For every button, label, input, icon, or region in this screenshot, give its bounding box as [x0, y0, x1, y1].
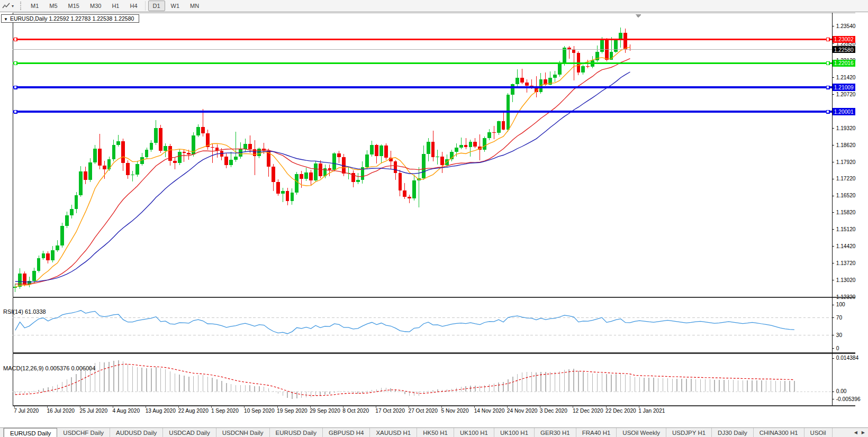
- symbol-tab-fra40-h1[interactable]: FRA40 H1: [576, 428, 617, 437]
- candle-body: [516, 78, 519, 84]
- chevron-down-icon: ▾: [12, 4, 14, 8]
- line-drag-handle[interactable]: [826, 110, 829, 113]
- candle-body: [520, 78, 524, 83]
- toolbar-separator: [145, 1, 146, 11]
- symbol-tab-ger30-h1[interactable]: GER30 H1: [535, 428, 576, 437]
- candle-body: [272, 167, 275, 182]
- timeframe-button-m15[interactable]: M15: [64, 1, 84, 11]
- collapse-icon: ▼: [4, 17, 8, 22]
- candle-body: [614, 40, 618, 52]
- candle-body: [121, 141, 125, 163]
- symbol-tab-usoil-weekly[interactable]: USOil Weekly: [617, 428, 666, 437]
- toolbar-grip[interactable]: [20, 2, 23, 10]
- line-drag-handle[interactable]: [14, 38, 17, 41]
- candle-body: [135, 164, 139, 175]
- timeframe-button-m5[interactable]: M5: [44, 1, 62, 11]
- timeframe-toolbar: ▾ M1M5M15M30H1H4D1W1MN: [0, 0, 868, 12]
- symbol-tab-usoil[interactable]: USOil: [804, 428, 833, 437]
- price-tick-label: 1.21420: [836, 75, 856, 80]
- line-drag-handle[interactable]: [14, 61, 17, 65]
- line-drag-handle[interactable]: [826, 61, 829, 65]
- timeframe-button-h1[interactable]: H1: [107, 1, 124, 11]
- price-tick-label: 1.19320: [836, 125, 856, 131]
- pane-separator: [13, 405, 855, 406]
- horizontal-level-line[interactable]: [13, 86, 832, 88]
- symbol-tab-uk100-h1[interactable]: UK100 H1: [494, 428, 535, 437]
- candle-body: [159, 128, 162, 151]
- candle-body: [525, 83, 529, 86]
- symbol-tab-hk50-h1[interactable]: HK50 H1: [417, 428, 454, 437]
- candle-body: [98, 149, 102, 165]
- rsi-tick-label: 70: [836, 315, 843, 321]
- date-label: 1 Jan 2021: [638, 408, 665, 414]
- candle-body: [412, 180, 416, 198]
- candle-body: [337, 153, 341, 157]
- line-drag-handle[interactable]: [826, 86, 829, 89]
- line-tool-button[interactable]: ▾: [0, 0, 16, 12]
- current-price-label-text: 1.22580: [834, 47, 854, 53]
- pane-separator[interactable]: [13, 297, 855, 298]
- pane-separator[interactable]: [13, 352, 855, 353]
- candle-body: [93, 149, 97, 162]
- line-drag-handle[interactable]: [14, 86, 17, 89]
- candle-body: [300, 174, 303, 179]
- symbol-tab-dj30-daily[interactable]: DJ30 Daily: [712, 428, 754, 437]
- tab-scroll-right-icon[interactable]: ▶: [862, 430, 865, 435]
- timeframe-button-w1[interactable]: W1: [166, 1, 185, 11]
- candle-body: [281, 191, 285, 194]
- candle-body: [530, 86, 534, 86]
- horizontal-level-line[interactable]: [13, 39, 832, 40]
- candle-body: [178, 152, 182, 163]
- price-tick-label: 1.16520: [836, 193, 856, 198]
- candle-body: [553, 75, 557, 78]
- symbol-tab-uk100-h1[interactable]: UK100 H1: [454, 428, 494, 437]
- candle-body: [224, 157, 228, 165]
- symbol-tab-usdcad-daily[interactable]: USDCAD Daily: [163, 428, 216, 437]
- symbol-tab-usdchf-daily[interactable]: USDCHF Daily: [57, 428, 110, 437]
- timeframe-button-h4[interactable]: H4: [125, 1, 142, 11]
- date-label: 4 Aug 2020: [113, 408, 140, 414]
- price-tick-label: 1.13020: [836, 277, 856, 283]
- line-price-label-text: 1.23002: [834, 37, 854, 42]
- candle-body: [154, 128, 158, 143]
- line-drag-handle[interactable]: [826, 38, 829, 41]
- candle-body: [276, 182, 280, 193]
- timeframe-button-m30[interactable]: M30: [85, 1, 106, 11]
- timeframe-button-m1[interactable]: M1: [26, 1, 43, 11]
- tab-scroll-left-icon[interactable]: ◀: [854, 430, 857, 435]
- timeframe-button-mn[interactable]: MN: [185, 1, 204, 11]
- candle-body: [605, 40, 609, 59]
- symbol-tab-eurusd-daily[interactable]: EURUSD Daily: [270, 428, 323, 437]
- symbol-tab-eurusd-daily[interactable]: EURUSD Daily: [4, 428, 57, 437]
- candle-body: [116, 141, 120, 145]
- candle-body: [286, 191, 290, 201]
- timeframe-button-d1[interactable]: D1: [148, 1, 165, 11]
- candle-body: [103, 166, 106, 169]
- symbol-tab-usdjpy-h1[interactable]: USDJPY H1: [666, 428, 712, 437]
- symbol-tab-gbpusd-h4[interactable]: GBPUSD H4: [323, 428, 370, 437]
- candle-body: [492, 132, 496, 133]
- candle-body: [145, 150, 149, 157]
- symbol-tab-xauusd-h1[interactable]: XAUUSD H1: [370, 428, 417, 437]
- candle-body: [586, 66, 590, 67]
- price-tick-label: 1.20720: [836, 92, 856, 97]
- candle-body: [295, 174, 299, 193]
- candle-body: [79, 171, 83, 195]
- horizontal-level-line[interactable]: [13, 111, 832, 113]
- line-drag-handle[interactable]: [14, 110, 17, 113]
- candle-body: [304, 172, 308, 179]
- symbol-tab-audusd-daily[interactable]: AUDUSD Daily: [110, 428, 163, 437]
- date-label: 10 Sep 2020: [244, 408, 275, 414]
- symbol-tab-china300-h1[interactable]: CHINA300 H1: [754, 428, 804, 437]
- symbol-tab-usdcnh-daily[interactable]: USDCNH Daily: [216, 428, 270, 437]
- chart-background: [13, 13, 855, 415]
- date-label: 7 Jul 2020: [14, 408, 39, 414]
- mt4-window: ▾ M1M5M15M30H1H4D1W1MN ▼EURUSD,Daily1.22…: [0, 0, 868, 437]
- candle-body: [211, 147, 214, 148]
- horizontal-level-line[interactable]: [13, 62, 832, 64]
- chart-canvas[interactable]: 1.235401.228201.221201.214201.207201.193…: [0, 13, 868, 427]
- date-label: 12 Dec 2020: [573, 408, 603, 414]
- candle-body: [422, 154, 426, 178]
- candle-body: [365, 154, 369, 167]
- candle-body: [187, 153, 191, 154]
